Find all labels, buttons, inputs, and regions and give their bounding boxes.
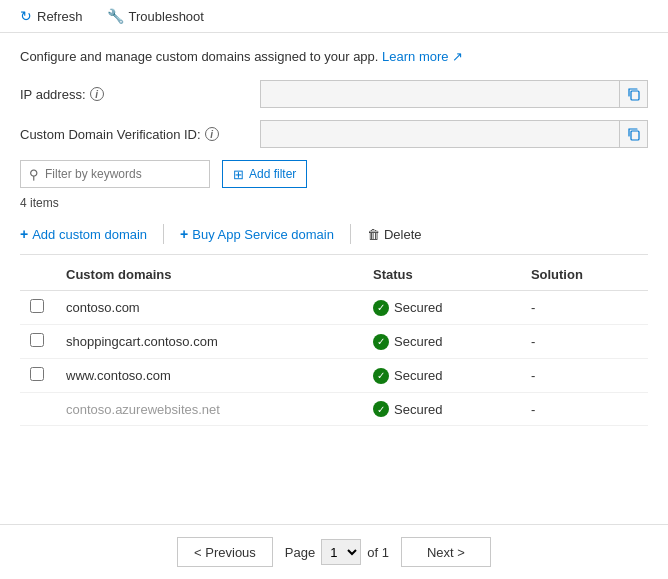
row-checkbox[interactable] — [30, 367, 44, 381]
verification-id-row: Custom Domain Verification ID: i — [20, 120, 648, 148]
status-cell: ✓Secured — [363, 291, 521, 325]
troubleshoot-button[interactable]: 🔧 Troubleshoot — [103, 6, 208, 26]
secured-icon: ✓ — [373, 401, 389, 417]
row-checkbox[interactable] — [30, 299, 44, 313]
domain-cell: contoso.azurewebsites.net — [56, 393, 363, 426]
table-row: www.contoso.com✓Secured- — [20, 359, 648, 393]
table-row: shoppingcart.contoso.com✓Secured- — [20, 325, 648, 359]
description-text: Configure and manage custom domains assi… — [20, 49, 648, 64]
action-divider-2 — [350, 224, 351, 244]
search-wrapper: ⚲ — [20, 160, 210, 188]
table-row: contoso.azurewebsites.net✓Secured- — [20, 393, 648, 426]
row-checkbox[interactable] — [30, 333, 44, 347]
add-custom-domain-button[interactable]: + Add custom domain — [20, 222, 159, 246]
main-content: Configure and manage custom domains assi… — [0, 33, 668, 442]
solution-cell: - — [521, 291, 648, 325]
filter-icon: ⊞ — [233, 167, 244, 182]
search-input[interactable] — [45, 167, 201, 181]
add-filter-label: Add filter — [249, 167, 296, 181]
ip-address-copy-button[interactable] — [619, 80, 647, 108]
header-solution: Solution — [521, 259, 648, 291]
verification-id-info-icon: i — [205, 127, 219, 141]
refresh-button[interactable]: ↻ Refresh — [16, 6, 87, 26]
previous-button[interactable]: < Previous — [177, 537, 273, 567]
domain-table: Custom domains Status Solution contoso.c… — [20, 259, 648, 426]
wrench-icon: 🔧 — [107, 8, 124, 24]
delete-label: Delete — [384, 227, 422, 242]
svg-rect-0 — [631, 91, 639, 100]
trash-icon: 🗑 — [367, 227, 380, 242]
plus-icon-2: + — [180, 226, 188, 242]
ip-address-info-icon: i — [90, 87, 104, 101]
add-custom-domain-label: Add custom domain — [32, 227, 147, 242]
status-cell: ✓Secured — [363, 359, 521, 393]
status-text: Secured — [394, 402, 442, 417]
domain-cell: contoso.com — [56, 291, 363, 325]
header-status: Status — [363, 259, 521, 291]
verification-id-copy-button[interactable] — [619, 120, 647, 148]
items-count: 4 items — [20, 196, 648, 210]
verification-id-label: Custom Domain Verification ID: i — [20, 127, 260, 142]
solution-cell: - — [521, 325, 648, 359]
ip-address-label: IP address: i — [20, 87, 260, 102]
solution-cell: - — [521, 359, 648, 393]
domain-cell: shoppingcart.contoso.com — [56, 325, 363, 359]
search-icon: ⚲ — [29, 167, 39, 182]
refresh-icon: ↻ — [20, 8, 32, 24]
page-info: Page 1 of 1 — [285, 539, 389, 565]
delete-button[interactable]: 🗑 Delete — [355, 223, 434, 246]
status-cell: ✓Secured — [363, 325, 521, 359]
secured-icon: ✓ — [373, 334, 389, 350]
ip-address-input[interactable] — [261, 87, 619, 102]
status-cell: ✓Secured — [363, 393, 521, 426]
page-label: Page — [285, 545, 315, 560]
copy-icon — [627, 87, 641, 101]
plus-icon-1: + — [20, 226, 28, 242]
verification-id-input[interactable] — [261, 127, 619, 142]
page-of-label: of 1 — [367, 545, 389, 560]
status-text: Secured — [394, 368, 442, 383]
status-text: Secured — [394, 334, 442, 349]
secured-icon: ✓ — [373, 300, 389, 316]
ip-address-input-wrapper — [260, 80, 648, 108]
domain-cell: www.contoso.com — [56, 359, 363, 393]
secured-icon: ✓ — [373, 368, 389, 384]
table-row: contoso.com✓Secured- — [20, 291, 648, 325]
copy-icon-2 — [627, 127, 641, 141]
status-text: Secured — [394, 300, 442, 315]
next-button[interactable]: Next > — [401, 537, 491, 567]
pagination: < Previous Page 1 of 1 Next > — [0, 524, 668, 579]
buy-domain-label: Buy App Service domain — [192, 227, 334, 242]
page-select[interactable]: 1 — [321, 539, 361, 565]
add-filter-button[interactable]: ⊞ Add filter — [222, 160, 307, 188]
filter-bar: ⚲ ⊞ Add filter — [20, 160, 648, 188]
svg-rect-1 — [631, 131, 639, 140]
troubleshoot-label: Troubleshoot — [129, 9, 204, 24]
refresh-label: Refresh — [37, 9, 83, 24]
verification-id-input-wrapper — [260, 120, 648, 148]
header-custom-domains: Custom domains — [56, 259, 363, 291]
solution-cell: - — [521, 393, 648, 426]
buy-app-service-domain-button[interactable]: + Buy App Service domain — [168, 222, 346, 246]
toolbar: ↻ Refresh 🔧 Troubleshoot — [0, 0, 668, 33]
table-header-row: Custom domains Status Solution — [20, 259, 648, 291]
ip-address-row: IP address: i — [20, 80, 648, 108]
header-checkbox-col — [20, 259, 56, 291]
action-divider-1 — [163, 224, 164, 244]
learn-more-link[interactable]: Learn more ↗ — [382, 49, 463, 64]
action-bar: + Add custom domain + Buy App Service do… — [20, 222, 648, 255]
